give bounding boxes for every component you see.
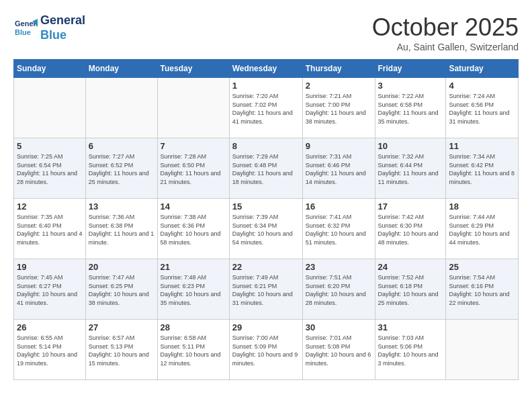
calendar-day-cell: 9Sunrise: 7:31 AM Sunset: 6:46 PM Daylig… xyxy=(302,138,375,199)
calendar-day-cell: 1Sunrise: 7:20 AM Sunset: 7:02 PM Daylig… xyxy=(229,78,302,138)
day-number: 9 xyxy=(306,141,372,151)
day-number: 3 xyxy=(378,81,443,91)
calendar-day-cell: 31Sunrise: 7:03 AM Sunset: 5:06 PM Dayli… xyxy=(375,320,446,380)
calendar-day-cell: 24Sunrise: 7:52 AM Sunset: 6:18 PM Dayli… xyxy=(375,259,446,320)
day-number: 28 xyxy=(161,322,226,332)
day-number: 25 xyxy=(449,262,515,272)
calendar-day-cell xyxy=(14,78,86,138)
calendar-day-cell: 29Sunrise: 7:00 AM Sunset: 5:09 PM Dayli… xyxy=(229,320,302,380)
day-info: Sunrise: 7:49 AM Sunset: 6:21 PM Dayligh… xyxy=(232,273,300,307)
calendar-day-cell: 21Sunrise: 7:48 AM Sunset: 6:23 PM Dayli… xyxy=(157,259,229,320)
day-info: Sunrise: 7:32 AM Sunset: 6:44 PM Dayligh… xyxy=(378,152,443,186)
day-number: 31 xyxy=(378,322,443,332)
weekday-header: Thursday xyxy=(302,60,375,78)
day-info: Sunrise: 6:55 AM Sunset: 5:14 PM Dayligh… xyxy=(17,334,83,367)
weekday-header: Wednesday xyxy=(229,60,302,78)
calendar-day-cell: 27Sunrise: 6:57 AM Sunset: 5:13 PM Dayli… xyxy=(85,320,157,380)
day-info: Sunrise: 7:48 AM Sunset: 6:23 PM Dayligh… xyxy=(161,273,226,307)
day-info: Sunrise: 7:36 AM Sunset: 6:38 PM Dayligh… xyxy=(89,213,154,246)
weekday-header: Monday xyxy=(85,60,157,78)
weekday-header-row: SundayMondayTuesdayWednesdayThursdayFrid… xyxy=(14,60,519,78)
weekday-header: Tuesday xyxy=(157,60,229,78)
calendar-day-cell: 13Sunrise: 7:36 AM Sunset: 6:38 PM Dayli… xyxy=(85,199,157,259)
calendar-day-cell: 30Sunrise: 7:01 AM Sunset: 5:08 PM Dayli… xyxy=(302,320,375,380)
calendar-day-cell: 6Sunrise: 7:27 AM Sunset: 6:52 PM Daylig… xyxy=(85,138,157,199)
calendar-day-cell: 28Sunrise: 6:58 AM Sunset: 5:11 PM Dayli… xyxy=(157,320,229,380)
day-info: Sunrise: 7:34 AM Sunset: 6:42 PM Dayligh… xyxy=(449,152,515,186)
logo-text-line1: General xyxy=(40,13,85,28)
day-number: 1 xyxy=(232,81,300,91)
calendar-day-cell xyxy=(85,78,157,138)
svg-text:Blue: Blue xyxy=(15,28,31,36)
day-info: Sunrise: 7:54 AM Sunset: 6:16 PM Dayligh… xyxy=(449,273,515,307)
calendar-day-cell: 2Sunrise: 7:21 AM Sunset: 7:00 PM Daylig… xyxy=(302,78,375,138)
weekday-header: Sunday xyxy=(14,60,86,78)
day-number: 30 xyxy=(306,322,372,332)
day-number: 13 xyxy=(89,201,154,212)
day-info: Sunrise: 7:45 AM Sunset: 6:27 PM Dayligh… xyxy=(17,273,83,307)
day-info: Sunrise: 7:03 AM Sunset: 5:06 PM Dayligh… xyxy=(378,334,443,367)
calendar-day-cell: 5Sunrise: 7:25 AM Sunset: 6:54 PM Daylig… xyxy=(14,138,86,199)
day-number: 10 xyxy=(378,141,443,151)
calendar-week-row: 26Sunrise: 6:55 AM Sunset: 5:14 PM Dayli… xyxy=(14,320,519,380)
calendar-week-row: 1Sunrise: 7:20 AM Sunset: 7:02 PM Daylig… xyxy=(14,78,519,138)
logo-icon: General Blue xyxy=(13,16,38,40)
calendar-day-cell: 11Sunrise: 7:34 AM Sunset: 6:42 PM Dayli… xyxy=(446,138,519,199)
day-info: Sunrise: 7:20 AM Sunset: 7:02 PM Dayligh… xyxy=(232,92,300,126)
location: Au, Saint Gallen, Switzerland xyxy=(372,42,519,52)
day-info: Sunrise: 7:22 AM Sunset: 6:58 PM Dayligh… xyxy=(378,92,443,126)
day-info: Sunrise: 7:51 AM Sunset: 6:20 PM Dayligh… xyxy=(306,273,372,307)
day-info: Sunrise: 7:39 AM Sunset: 6:34 PM Dayligh… xyxy=(232,213,300,246)
day-info: Sunrise: 7:25 AM Sunset: 6:54 PM Dayligh… xyxy=(17,152,83,186)
calendar-day-cell: 19Sunrise: 7:45 AM Sunset: 6:27 PM Dayli… xyxy=(14,259,86,320)
calendar-week-row: 19Sunrise: 7:45 AM Sunset: 6:27 PM Dayli… xyxy=(14,259,519,320)
day-info: Sunrise: 7:38 AM Sunset: 6:36 PM Dayligh… xyxy=(161,213,226,246)
calendar-day-cell: 26Sunrise: 6:55 AM Sunset: 5:14 PM Dayli… xyxy=(14,320,86,380)
day-number: 24 xyxy=(378,262,443,272)
page-header: General Blue General Blue October 2025 A… xyxy=(13,13,519,52)
day-info: Sunrise: 7:41 AM Sunset: 6:32 PM Dayligh… xyxy=(306,213,372,246)
calendar-day-cell: 7Sunrise: 7:28 AM Sunset: 6:50 PM Daylig… xyxy=(157,138,229,199)
day-info: Sunrise: 7:21 AM Sunset: 7:00 PM Dayligh… xyxy=(306,92,372,126)
day-number: 23 xyxy=(306,262,372,272)
day-number: 8 xyxy=(232,141,300,151)
day-number: 27 xyxy=(89,322,154,332)
day-info: Sunrise: 7:28 AM Sunset: 6:50 PM Dayligh… xyxy=(161,152,226,186)
day-number: 14 xyxy=(161,201,226,212)
day-number: 21 xyxy=(161,262,226,272)
calendar-day-cell: 10Sunrise: 7:32 AM Sunset: 6:44 PM Dayli… xyxy=(375,138,446,199)
calendar-day-cell: 3Sunrise: 7:22 AM Sunset: 6:58 PM Daylig… xyxy=(375,78,446,138)
day-info: Sunrise: 7:44 AM Sunset: 6:29 PM Dayligh… xyxy=(449,213,515,246)
calendar-week-row: 12Sunrise: 7:35 AM Sunset: 6:40 PM Dayli… xyxy=(14,199,519,259)
weekday-header: Friday xyxy=(375,60,446,78)
day-info: Sunrise: 6:57 AM Sunset: 5:13 PM Dayligh… xyxy=(89,334,154,367)
calendar-day-cell: 16Sunrise: 7:41 AM Sunset: 6:32 PM Dayli… xyxy=(302,199,375,259)
month-title: October 2025 xyxy=(372,13,519,42)
day-number: 15 xyxy=(232,201,300,212)
day-info: Sunrise: 7:24 AM Sunset: 6:56 PM Dayligh… xyxy=(449,92,515,126)
day-info: Sunrise: 7:42 AM Sunset: 6:30 PM Dayligh… xyxy=(378,213,443,246)
calendar-day-cell xyxy=(157,78,229,138)
day-number: 17 xyxy=(378,201,443,212)
day-info: Sunrise: 7:27 AM Sunset: 6:52 PM Dayligh… xyxy=(89,152,154,186)
weekday-header: Saturday xyxy=(446,60,519,78)
day-number: 26 xyxy=(17,322,83,332)
calendar-day-cell: 20Sunrise: 7:47 AM Sunset: 6:25 PM Dayli… xyxy=(85,259,157,320)
title-area: October 2025 Au, Saint Gallen, Switzerla… xyxy=(372,13,519,52)
day-number: 7 xyxy=(161,141,226,151)
calendar-day-cell: 25Sunrise: 7:54 AM Sunset: 6:16 PM Dayli… xyxy=(446,259,519,320)
calendar-day-cell: 14Sunrise: 7:38 AM Sunset: 6:36 PM Dayli… xyxy=(157,199,229,259)
day-info: Sunrise: 7:29 AM Sunset: 6:48 PM Dayligh… xyxy=(232,152,300,186)
calendar-day-cell: 18Sunrise: 7:44 AM Sunset: 6:29 PM Dayli… xyxy=(446,199,519,259)
calendar-day-cell: 8Sunrise: 7:29 AM Sunset: 6:48 PM Daylig… xyxy=(229,138,302,199)
day-number: 22 xyxy=(232,262,300,272)
day-number: 20 xyxy=(89,262,154,272)
calendar-day-cell: 22Sunrise: 7:49 AM Sunset: 6:21 PM Dayli… xyxy=(229,259,302,320)
day-number: 2 xyxy=(306,81,372,91)
day-number: 16 xyxy=(306,201,372,212)
day-number: 19 xyxy=(17,262,83,272)
calendar-day-cell: 15Sunrise: 7:39 AM Sunset: 6:34 PM Dayli… xyxy=(229,199,302,259)
day-number: 5 xyxy=(17,141,83,151)
day-info: Sunrise: 7:00 AM Sunset: 5:09 PM Dayligh… xyxy=(232,334,300,367)
day-info: Sunrise: 6:58 AM Sunset: 5:11 PM Dayligh… xyxy=(161,334,226,367)
